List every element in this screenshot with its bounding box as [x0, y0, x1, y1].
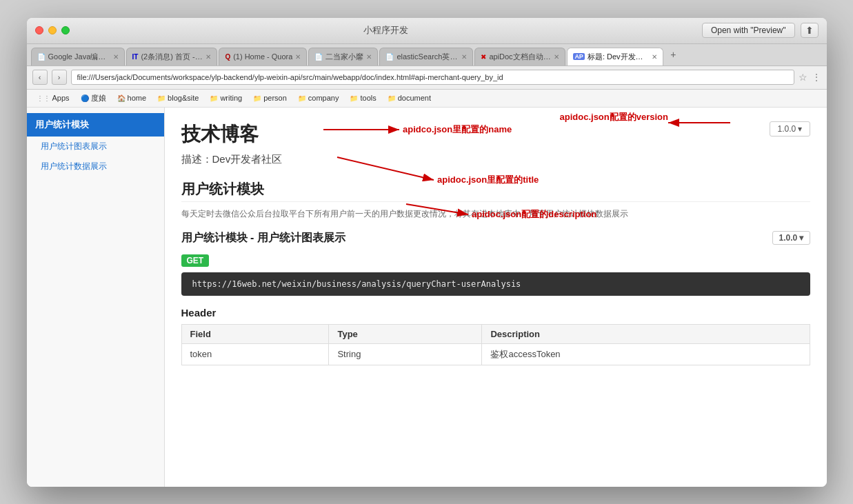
tab-label-4: 二当家小黁: [325, 52, 363, 62]
bookmark-document[interactable]: 📁 document: [383, 92, 435, 103]
table-col-field: Field: [181, 324, 329, 343]
tab-6[interactable]: ✖ apiDoc文档自动生... ✕: [474, 48, 565, 65]
get-method-badge: GET: [181, 254, 210, 267]
tab-close-4[interactable]: ✕: [366, 53, 372, 61]
section-desc: 每天定时去微信公众后台拉取平台下所有用户前一天的用户数据更改情况，将其存进本地库…: [181, 208, 810, 220]
tab-3[interactable]: Q (1) Home - Quora ✕: [219, 48, 307, 65]
folder-icon-5: 📁: [350, 94, 358, 102]
bookmark-label-person: person: [263, 94, 287, 102]
title-bar: 小程序开发 Open with "Preview" ⬆: [27, 18, 827, 44]
tab-2[interactable]: IT (2条消息) 首页 - 头... ✕: [126, 48, 218, 65]
table-col-description: Description: [482, 324, 810, 343]
address-input[interactable]: [71, 70, 794, 85]
bookmark-apps[interactable]: ⋮⋮ Apps: [32, 92, 74, 103]
maximize-button[interactable]: [61, 26, 70, 34]
window-title: 小程序开发: [70, 24, 702, 37]
table-row: token String 鉴权accessToken: [181, 343, 810, 365]
back-button[interactable]: ‹: [32, 70, 48, 85]
endpoint-title-row: 用户统计模块 - 用户统计图表展示 1.0.0 ▾: [181, 231, 810, 245]
bookmark-blogsite[interactable]: 📁 blog&site: [153, 92, 203, 103]
endpoint-version-badge[interactable]: 1.0.0 ▾: [772, 231, 810, 245]
endpoint-version-text: 1.0.0: [779, 233, 797, 243]
content-area: 1.0.0 ▾ 技术博客 描述：Dev开发者社区 用户统计模块 每天定时去微信公…: [165, 108, 827, 487]
bookmark-label-tools: tools: [360, 94, 376, 102]
tab-favicon-6: ✖: [481, 53, 486, 61]
header-table: Field Type Description token String 鉴权ac…: [181, 324, 810, 365]
endpoint-url[interactable]: https://16web.net/weixin/business/analys…: [181, 272, 810, 296]
tab-label-6: apiDoc文档自动生...: [489, 52, 551, 62]
sidebar-item-data[interactable]: 用户统计数据展示: [27, 157, 164, 177]
folder-icon-3: 📁: [253, 94, 261, 102]
add-tab-button[interactable]: +: [665, 46, 681, 63]
table-cell-field: token: [181, 343, 329, 365]
api-title: 技术博客: [181, 121, 810, 148]
tab-label-2: (2条消息) 首页 - 头...: [141, 52, 203, 62]
tab-close-3[interactable]: ✕: [295, 53, 301, 61]
preview-button[interactable]: Open with "Preview": [702, 23, 795, 38]
tab-close-5[interactable]: ✕: [461, 53, 467, 61]
bookmark-label-apps: Apps: [52, 94, 70, 102]
tab-close-7[interactable]: ✕: [652, 53, 657, 61]
share-button[interactable]: ⬆: [801, 23, 819, 38]
bookmark-duaniang[interactable]: 🔵 度娘: [77, 92, 110, 105]
home-icon: 🏠: [117, 94, 126, 102]
tab-label-1: Google Java编程...: [48, 52, 110, 62]
tab-label-3: (1) Home - Quora: [233, 52, 292, 61]
tab-favicon-5: 📄: [385, 53, 394, 61]
apps-icon: ⋮⋮: [37, 94, 50, 102]
folder-icon-6: 📁: [388, 94, 396, 102]
tab-bar: 📄 Google Java编程... ✕ IT (2条消息) 首页 - 头...…: [27, 44, 827, 66]
menu-icon[interactable]: ⋮: [812, 72, 821, 83]
section-title: 用户统计模块: [181, 180, 810, 202]
tab-close-6[interactable]: ✕: [554, 53, 559, 61]
bookmark-star-icon[interactable]: ☆: [799, 72, 807, 83]
tab-label-7: 标题: Dev开发者社...: [588, 52, 649, 62]
minimize-button[interactable]: [48, 26, 57, 34]
bookmark-label-home: home: [128, 94, 147, 102]
tab-4[interactable]: 📄 二当家小黁 ✕: [308, 48, 378, 65]
tab-favicon-2: IT: [132, 53, 139, 61]
bookmark-label-duaniang: 度娘: [91, 93, 106, 103]
table-col-type: Type: [329, 324, 482, 343]
browser-area: 📄 Google Java编程... ✕ IT (2条消息) 首页 - 头...…: [27, 44, 827, 487]
tab-close-1[interactable]: ✕: [113, 53, 119, 61]
tab-7-active[interactable]: AP 标题: Dev开发者社... ✕: [567, 48, 663, 65]
sidebar-item-chart[interactable]: 用户统计图表展示: [27, 137, 164, 157]
api-description: 描述：Dev开发者社区: [181, 153, 810, 166]
bookmark-label-blogsite: blog&site: [168, 94, 199, 102]
table-cell-type: String: [329, 343, 482, 365]
bookmark-label-writing: writing: [220, 94, 242, 102]
sidebar-module-title[interactable]: 用户统计模块: [27, 113, 164, 137]
bookmark-writing[interactable]: 📁 writing: [205, 92, 246, 103]
bookmark-person[interactable]: 📁 person: [249, 92, 291, 103]
bookmark-home[interactable]: 🏠 home: [113, 92, 151, 103]
bookmark-company[interactable]: 📁 company: [294, 92, 343, 103]
sidebar-item-chart-label: 用户统计图表展示: [41, 141, 107, 151]
forward-button[interactable]: ›: [52, 70, 67, 85]
bookmark-label-document: document: [398, 94, 431, 102]
header-section-title: Header: [181, 307, 810, 319]
tab-close-2[interactable]: ✕: [205, 53, 211, 61]
tab-1[interactable]: 📄 Google Java编程... ✕: [31, 48, 125, 65]
table-cell-description: 鉴权accessToken: [482, 343, 810, 365]
annotation-version-text: apidoc.json配置的version: [559, 112, 668, 122]
folder-icon-1: 📁: [157, 94, 165, 102]
bookmark-label-company: company: [308, 94, 339, 102]
tab-favicon-3: Q: [225, 53, 230, 61]
tab-favicon-4: 📄: [314, 53, 323, 61]
mac-window: 小程序开发 Open with "Preview" ⬆ 📄 Google Jav…: [27, 18, 827, 487]
main-version-badge[interactable]: 1.0.0 ▾: [770, 121, 810, 137]
close-button[interactable]: [35, 26, 43, 34]
title-bar-actions: Open with "Preview" ⬆: [702, 23, 819, 38]
sidebar-item-data-label: 用户统计数据展示: [41, 161, 107, 171]
tab-label-5: elasticSearch英台...: [397, 52, 459, 62]
address-bar: ‹ › ☆ ⋮: [27, 66, 827, 90]
endpoint-title-text: 用户统计模块 - 用户统计图表展示: [181, 231, 345, 245]
bookmark-tools[interactable]: 📁 tools: [345, 92, 380, 103]
main-content: 用户统计模块 用户统计图表展示 用户统计数据展示 1.0.0 ▾ 技术博客 描述…: [27, 108, 827, 487]
tab-5[interactable]: 📄 elasticSearch英台... ✕: [379, 48, 473, 65]
main-version-text: 1.0.0: [777, 124, 796, 134]
sidebar: 用户统计模块 用户统计图表展示 用户统计数据展示: [27, 108, 165, 487]
traffic-lights: [35, 26, 70, 34]
duaniang-icon: 🔵: [81, 94, 89, 102]
